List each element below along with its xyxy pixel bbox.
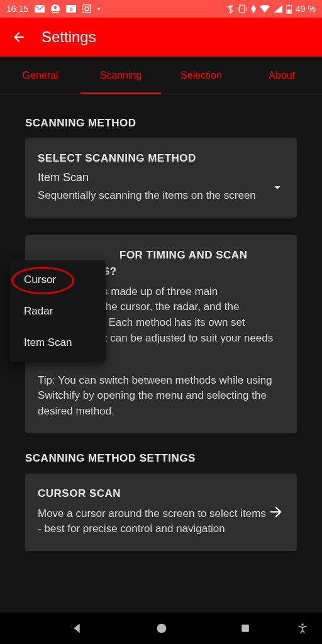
section-title-method-settings: SCANNING METHOD SETTINGS <box>25 452 297 465</box>
system-nav-bar <box>0 613 322 644</box>
instagram-icon <box>82 4 91 13</box>
scanning-method-dropdown-menu: Cursor Radar Item Scan <box>10 260 106 362</box>
svg-point-18 <box>301 623 303 625</box>
cursor-scan-description: Move a cursor around the screen to selec… <box>38 506 268 537</box>
svg-rect-14 <box>288 4 290 6</box>
info-card-tip: Tip: You can switch between methods whil… <box>38 373 284 419</box>
status-left: 16:15 0 <box>6 4 100 14</box>
svg-rect-5 <box>83 5 91 13</box>
battery-icon <box>286 4 292 14</box>
select-method-dropdown[interactable]: Item Scan Sequentially scanning the item… <box>38 171 284 204</box>
app-header: Settings <box>0 18 322 57</box>
chevron-down-icon <box>270 180 284 194</box>
nav-accessibility-icon[interactable] <box>297 623 308 634</box>
dropdown-option-item-scan[interactable]: Item Scan <box>10 327 106 358</box>
nav-home-icon[interactable] <box>155 621 169 635</box>
cursor-scan-card[interactable]: CURSOR SCAN Move a cursor around the scr… <box>25 474 297 551</box>
tab-general[interactable]: General <box>0 57 80 94</box>
message-icon: 0 <box>66 5 76 13</box>
tab-selection[interactable]: Selection <box>161 57 242 94</box>
dropdown-option-radar[interactable]: Radar <box>10 296 106 327</box>
account-icon <box>51 4 60 13</box>
svg-point-7 <box>89 6 90 7</box>
back-icon[interactable] <box>11 30 26 45</box>
svg-marker-11 <box>251 4 256 13</box>
svg-text:0: 0 <box>70 6 73 12</box>
bluetooth-icon <box>227 4 233 14</box>
battery-text: 49 % <box>296 4 316 14</box>
arrow-right-icon <box>268 504 284 520</box>
status-bar: 16:15 0 49 % <box>0 0 322 18</box>
info-title-line1: FOR TIMING AND SCAN <box>119 249 247 261</box>
svg-rect-17 <box>242 625 249 632</box>
location-icon <box>251 4 256 13</box>
select-scanning-method-card[interactable]: SELECT SCANNING METHOD Item Scan Sequent… <box>25 138 297 218</box>
wifi-icon <box>260 5 270 13</box>
select-method-description: Sequentially scanning the items on the s… <box>38 188 262 204</box>
signal-icon <box>274 5 282 13</box>
section-title-scanning-method: SCANNING METHOD <box>25 117 297 130</box>
cursor-scan-title: CURSOR SCAN <box>38 487 268 500</box>
tab-about[interactable]: About <box>242 57 322 94</box>
nav-back-icon[interactable] <box>70 621 84 635</box>
tab-scanning[interactable]: Scanning <box>80 57 161 94</box>
svg-point-16 <box>157 624 167 633</box>
dropdown-option-cursor[interactable]: Cursor <box>10 264 106 296</box>
svg-rect-8 <box>240 5 245 13</box>
page-title: Settings <box>42 28 96 46</box>
vibrate-icon <box>237 4 247 13</box>
select-method-title: SELECT SCANNING METHOD <box>38 152 284 165</box>
tab-bar: General Scanning Selection About <box>0 57 322 94</box>
svg-marker-12 <box>274 5 282 13</box>
svg-point-6 <box>85 7 89 11</box>
more-dot-icon <box>97 8 100 10</box>
status-right: 49 % <box>227 4 316 14</box>
info-card-title-fragment: FOR TIMING AND SCAN <box>38 249 284 262</box>
status-time: 16:15 <box>6 4 28 14</box>
svg-point-2 <box>54 6 57 9</box>
nav-recent-icon[interactable] <box>239 622 252 635</box>
mail-icon <box>35 5 45 13</box>
svg-rect-15 <box>287 9 291 13</box>
select-method-value: Item Scan <box>38 171 262 184</box>
